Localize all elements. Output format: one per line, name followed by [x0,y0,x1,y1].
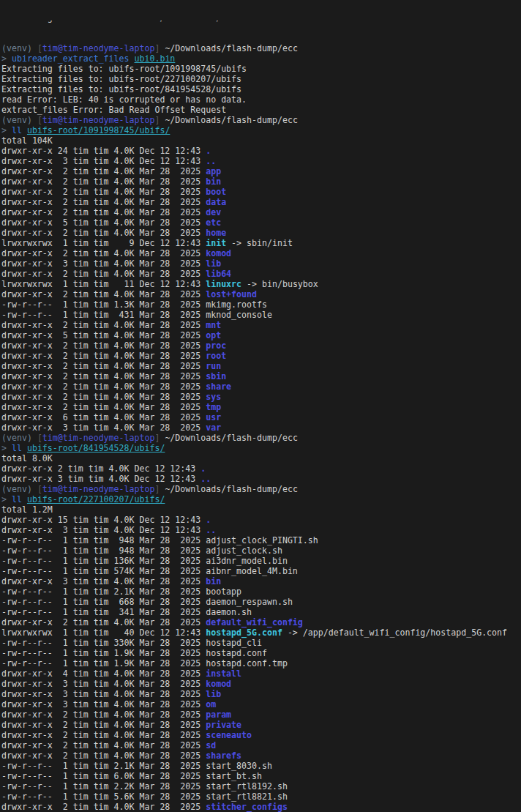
terminal-text-segment: drwxr-xr-x 3 tim tim 4.0K Mar 28 2025 [1,258,206,269]
terminal-line: > ll ubifs-root/841954528/ubifs/ [0,443,521,453]
terminal-text-segment: dev [206,207,221,217]
terminal-line: -rw-r--r-- 1 tim tim 2.1K Mar 28 2025 st… [0,761,521,771]
terminal-line: (venv) [tim@tim-neodyme-laptop] ~/Downlo… [0,484,521,494]
terminal-text-segment: proc [206,340,226,351]
terminal-line: read Error: LEB: 40 is corrupted or has … [0,94,521,105]
terminal-line: > ll ubifs-root/1091998745/ubifs/ [0,125,521,135]
terminal-text-segment: -> sbin/init [226,238,293,248]
terminal-line: drwxr-xr-x 3 tim tim 4.0K Mar 28 2025 bi… [0,576,521,586]
terminal-line: drwxr-xr-x 3 tim tim 4.0K Mar 28 2025 om [0,699,521,709]
terminal-line: drwxr-xr-x 2 tim tim 4.0K Mar 28 2025 da… [0,197,521,207]
terminal-line: drwxr-xr-x 3 tim tim 4.0K Mar 28 2025 ko… [0,679,521,689]
terminal-text-segment: drwxr-xr-x 2 tim tim 4.0K Mar 28 2025 [1,207,206,217]
terminal-line: drwxr-xr-x 2 tim tim 4.0K Mar 28 2025 sb… [0,371,521,381]
terminal-window[interactable]: Extracting files to: ubifs-root/10919987… [0,0,521,812]
terminal-text-segment: om [206,699,216,709]
terminal-line: -rw-r--r-- 1 tim tim 668 Mar 28 2025 dae… [0,597,521,607]
terminal-line: drwxr-xr-x 2 tim tim 4.0K Mar 28 2025 ru… [0,361,521,371]
terminal-line: -rw-r--r-- 1 tim tim 431 Mar 28 2025 mkn… [0,310,521,320]
terminal-text-segment: Extracting files to: ubifs-root/10919987… [1,21,247,23]
terminal-text-segment: -rw-r--r-- 1 tim tim 1.9K Mar 28 2025 ho… [1,648,267,658]
terminal-text-segment: -rw-r--r-- 1 tim tim 1.3K Mar 28 2025 mk… [1,299,267,310]
terminal-line: drwxr-xr-x 3 tim tim 4.0K Dec 12 12:43 .… [0,474,521,484]
terminal-text-segment: (venv) [1,484,37,494]
terminal-line: -rw-r--r-- 1 tim tim 136K Mar 28 2025 ai… [0,556,521,566]
terminal-text-segment: -rw-r--r-- 1 tim tim 1.9K Mar 28 2025 ho… [1,658,288,668]
terminal-text-segment: drwxr-xr-x 2 tim tim 4.0K Mar 28 2025 [1,187,206,197]
terminal-line: drwxr-xr-x 4 tim tim 4.0K Mar 28 2025 in… [0,668,521,679]
terminal-line: drwxr-xr-x 2 tim tim 4.0K Mar 28 2025 pr… [0,340,521,351]
terminal-text-segment: sys [206,392,221,402]
terminal-text-segment: lib [206,689,221,699]
terminal-text-segment: home [206,228,226,238]
terminal-text-segment: init [206,238,226,248]
terminal-text-segment: lost+found [206,289,257,299]
terminal-line: -rw-r--r-- 1 tim tim 341 Mar 28 2025 dae… [0,607,521,617]
terminal-text-segment: drwxr-xr-x 3 tim tim 4.0K Mar 28 2025 [1,576,206,586]
terminal-line: drwxr-xr-x 2 tim tim 4.0K Mar 28 2025 ro… [0,351,521,361]
terminal-line: (venv) [tim@tim-neodyme-laptop] ~/Downlo… [0,115,521,125]
terminal-text-segment: > [1,443,12,453]
terminal-line: drwxr-xr-x 2 tim tim 4.0K Mar 28 2025 de… [0,207,521,217]
terminal-line: > ubireader_extract_files ubi0.bin [0,53,521,64]
terminal-text-segment: bin [206,576,221,586]
terminal-line: total 8.0K [0,453,521,463]
terminal-text-segment: ll [12,125,27,135]
terminal-text-segment: drwxr-xr-x 2 tim tim 4.0K Dec 12 12:43 [1,463,200,474]
terminal-text-segment: ubifs-root/227100207/ubifs/ [27,494,165,504]
terminal-text-segment: sceneauto [206,730,252,740]
terminal-text-segment: data [206,197,226,207]
terminal-text-segment: tim@tim-neodyme-laptop [42,433,155,443]
terminal-text-segment: -rw-r--r-- 1 tim tim 2.1K Mar 28 2025 st… [1,761,272,771]
terminal-text-segment: boot [206,187,226,197]
terminal-text-segment: tim@tim-neodyme-laptop [42,115,155,125]
terminal-text-segment: drwxr-xr-x 2 tim tim 4.0K Mar 28 2025 [1,709,206,720]
terminal-text-segment: drwxr-xr-x 3 tim tim 4.0K Dec 12 12:43 [1,525,206,535]
terminal-text-segment: lib64 [206,269,231,279]
terminal-text-segment: drwxr-xr-x 2 tim tim 4.0K Mar 28 2025 [1,248,206,258]
terminal-text-segment: drwxr-xr-x 2 tim tim 4.0K Mar 28 2025 [1,371,206,381]
terminal-text-segment: ~/Downloads/flash-dump/ecc [160,43,297,53]
terminal-line: drwxr-xr-x 3 tim tim 4.0K Mar 28 2025 li… [0,258,521,269]
terminal-text-segment: (venv) [1,433,37,443]
terminal-line: lrwxrwxrwx 1 tim tim 9 Dec 12 12:43 init… [0,238,521,248]
terminal-text-segment: drwxr-xr-x 2 tim tim 4.0K Mar 28 2025 [1,340,206,351]
terminal-text-segment: -rw-r--r-- 1 tim tim 431 Mar 28 2025 mkn… [1,310,272,320]
terminal-line: Extracting files to: ubifs-root/84195452… [0,84,521,94]
terminal-line: total 104K [0,135,521,146]
terminal-text-segment: drwxr-xr-x 3 tim tim 4.0K Dec 12 12:43 [1,156,206,166]
terminal-text-segment: [ [37,115,42,125]
terminal-line: drwxr-xr-x 24 tim tim 4.0K Dec 12 12:43 … [0,146,521,156]
terminal-text-segment: -rw-r--r-- 1 tim tim 5.6K Mar 28 2025 st… [1,791,288,802]
terminal-text-segment: . [206,146,211,156]
terminal-line: -rw-r--r-- 1 tim tim 1.3K Mar 28 2025 mk… [0,299,521,310]
terminal-line: drwxr-xr-x 2 tim tim 4.0K Dec 12 12:43 . [0,463,521,474]
terminal-text-segment: share [206,381,231,392]
terminal-line: > ll ubifs-root/227100207/ubifs/ [0,494,521,504]
terminal-line: drwxr-xr-x 2 tim tim 4.0K Mar 28 2025 ko… [0,248,521,258]
terminal-text-segment: Extracting files to: ubifs-root/84195452… [1,84,241,94]
terminal-line: -rw-r--r-- 1 tim tim 948 Mar 28 2025 adj… [0,535,521,545]
terminal-text-segment: .. [200,474,211,484]
terminal-text-segment: lrwxrwxrwx 1 tim tim 11 Dec 12 12:43 [1,279,206,289]
terminal-line: drwxr-xr-x 3 tim tim 4.0K Dec 12 12:43 .… [0,525,521,535]
terminal-text-segment: total 1.2M [1,504,53,515]
terminal-line: drwxr-xr-x 3 tim tim 4.0K Mar 28 2025 va… [0,422,521,433]
terminal-text-segment: mnt [206,320,221,330]
terminal-text-segment: drwxr-xr-x 2 tim tim 4.0K Mar 28 2025 [1,617,206,627]
terminal-text-segment: hostapd_5G.conf [206,627,282,638]
terminal-text-segment: run [206,361,221,371]
terminal-text-segment: drwxr-xr-x 2 tim tim 4.0K Mar 28 2025 [1,402,206,412]
terminal-text-segment: ll [12,494,27,504]
terminal-text-segment: > [1,53,12,64]
terminal-line: drwxr-xr-x 2 tim tim 4.0K Mar 28 2025 bo… [0,187,521,197]
terminal-text-segment: drwxr-xr-x 2 tim tim 4.0K Mar 28 2025 [1,351,206,361]
terminal-text-segment: -rw-r--r-- 1 tim tim 948 Mar 28 2025 adj… [1,545,282,556]
terminal-text-segment: ubifs-root/841954528/ubifs/ [27,443,165,453]
terminal-text-segment: lib [206,258,221,269]
terminal-text-segment: .. [206,156,216,166]
terminal-text-segment: drwxr-xr-x 4 tim tim 4.0K Mar 28 2025 [1,668,206,679]
terminal-line: drwxr-xr-x 2 tim tim 4.0K Mar 28 2025 bi… [0,176,521,187]
terminal-text-segment: tmp [206,402,221,412]
terminal-text-segment: -rw-r--r-- 1 tim tim 330K Mar 28 2025 ho… [1,638,262,648]
